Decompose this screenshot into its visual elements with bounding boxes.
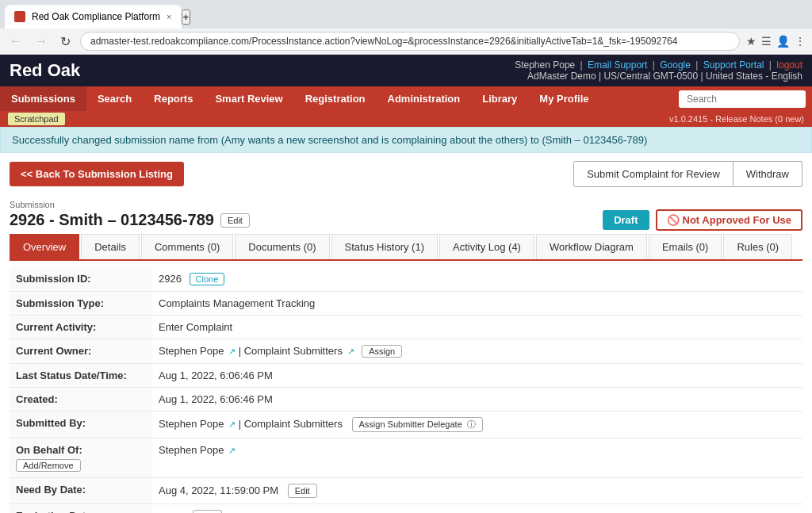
table-row: Current Owner: Stephen Pope ↗ | Complain… [10,339,802,364]
browser-address-bar: ← → ↻ ★ ☰ 👤 ⋮ [0,29,812,54]
app-top-bar: Red Oak Stephen Pope | Email Support | G… [0,55,812,86]
field-value-on-behalf-of: Stephen Pope ↗ [152,438,802,478]
scratchpad-button[interactable]: Scratchpad [8,113,65,125]
demo-info: AdMaster Demo | US/Central GMT-0500 | Un… [527,71,802,82]
field-value-need-by-date: Aug 4, 2022, 11:59:00 PM Edit [152,478,802,504]
nav-my-profile[interactable]: My Profile [528,86,599,111]
draft-badge[interactable]: Draft [603,210,649,230]
tab-details[interactable]: Details [81,234,140,259]
field-value-current-activity: Enter Complaint [152,316,802,339]
nav-search[interactable]: Search [86,86,143,111]
tab-comments[interactable]: Comments (0) [141,234,233,259]
submission-title-edit-button[interactable]: Edit [220,213,250,228]
browser-icons: ★ ☰ 👤 ⋮ [746,35,806,48]
field-label-submission-id: Submission ID: [10,267,152,292]
extensions-icon[interactable]: ☰ [761,35,772,48]
submission-title: 2926 - Smith – 0123456-789 [10,211,214,229]
tab-title: Red Oak Compliance Platform [32,11,160,22]
tab-overview[interactable]: Overview [10,234,79,259]
close-tab-button[interactable]: × [167,12,171,21]
on-behalf-link-icon[interactable]: ↗ [228,446,236,455]
field-value-last-status: Aug 1, 2022, 6:06:46 PM [152,364,802,388]
nav-smart-review[interactable]: Smart Review [204,86,293,111]
app-nav: Submissions Search Reports Smart Review … [0,86,812,111]
address-bar-input[interactable] [80,32,740,51]
nav-library[interactable]: Library [471,86,528,111]
on-behalf-add-remove-button[interactable]: Add/Remove [16,459,81,472]
browser-tab: Red Oak Compliance Platform × [5,5,182,29]
need-by-date-edit-button[interactable]: Edit [288,484,317,498]
field-label-created: Created: [10,388,152,412]
account-icon[interactable]: 👤 [776,35,790,48]
email-support-link[interactable]: Email Support [588,59,647,71]
menu-icon[interactable]: ⋮ [795,35,806,48]
support-portal-link[interactable]: Support Portal [703,59,764,71]
tab-status-history[interactable]: Status History (1) [331,234,438,259]
nav-reports[interactable]: Reports [143,86,204,111]
help-icon: ⓘ [467,419,476,429]
logout-link[interactable]: logout [776,59,802,71]
action-bar: << Back To Submission Listing Submit Com… [0,153,812,195]
info-table: Submission ID: 2926 Clone Submission Typ… [10,267,802,513]
nav-submissions[interactable]: Submissions [0,86,86,111]
status-badges: Draft 🚫 Not Approved For Use [603,209,802,231]
user-name: Stephen Pope [515,59,575,71]
forward-nav-button[interactable]: → [32,33,51,50]
browser-tab-bar: Red Oak Compliance Platform × + [0,0,812,29]
submission-label: Submission [10,200,802,209]
field-label-need-by-date: Need By Date: [10,478,152,504]
field-label-on-behalf-of: On Behalf Of: Add/Remove [10,438,152,478]
reload-button[interactable]: ↻ [57,33,74,51]
table-row: Created: Aug 1, 2022, 6:06:46 PM [10,388,802,412]
nav-registration[interactable]: Registration [294,86,377,111]
table-row: On Behalf Of: Add/Remove Stephen Pope ↗ [10,438,802,478]
field-value-submission-type: Complaints Management Tracking [152,292,802,316]
tabs: Overview Details Comments (0) Documents … [10,234,802,261]
success-banner: Successfully changed submission name fro… [0,127,812,153]
not-approved-label: Not Approved For Use [683,214,791,226]
app-header: Red Oak Stephen Pope | Email Support | G… [0,55,812,127]
back-nav-button[interactable]: ← [6,33,25,50]
clone-button[interactable]: Clone [190,273,225,285]
release-notes: v1.0.2415 - Release Notes (0 new) [669,114,804,124]
tab-emails[interactable]: Emails (0) [649,234,722,259]
tab-rules[interactable]: Rules (0) [723,234,792,259]
submission-title-row: 2926 - Smith – 0123456-789 Edit Draft 🚫 … [10,209,802,231]
field-label-current-owner: Current Owner: [10,339,152,364]
assign-submitter-delegate-button[interactable]: Assign Submitter Delegate ⓘ [352,417,483,432]
tab-documents[interactable]: Documents (0) [235,234,329,259]
nav-administration[interactable]: Administration [377,86,472,111]
nav-search-input[interactable] [679,90,806,108]
browser-chrome: Red Oak Compliance Platform × + ← → ↻ ★ … [0,0,812,55]
submit-complaint-button[interactable]: Submit Complaint for Review [573,161,733,187]
table-row: Current Activity: Enter Complaint [10,316,802,339]
table-row: Last Status Date/Time: Aug 1, 2022, 6:06… [10,364,802,388]
withdraw-button[interactable]: Withdraw [733,161,802,187]
owner-link-icon[interactable]: ↗ [228,346,236,356]
submission-header: Submission 2926 - Smith – 0123456-789 Ed… [0,195,812,234]
bookmark-icon[interactable]: ★ [746,35,756,48]
action-button-group: Submit Complaint for Review Withdraw [573,161,802,187]
table-row: Submission Type: Complaints Management T… [10,292,802,316]
user-info: Stephen Pope | Email Support | Google | … [515,59,802,82]
table-row: Submitted By: Stephen Pope ↗ | Complaint… [10,412,802,438]
submitters-link-icon[interactable]: ↗ [347,346,354,356]
field-label-last-status: Last Status Date/Time: [10,364,152,388]
new-tab-button[interactable]: + [182,10,191,25]
field-value-created: Aug 1, 2022, 6:06:46 PM [152,388,802,412]
field-label-expiration-date: Expiration Date: [10,504,152,514]
field-value-submission-id: 2926 Clone [152,267,802,292]
table-row: Submission ID: 2926 Clone [10,267,802,292]
assign-button[interactable]: Assign [362,345,402,358]
google-link[interactable]: Google [660,59,691,71]
expiration-date-edit-button[interactable]: Edit [193,510,222,513]
field-label-current-activity: Current Activity: [10,316,152,339]
tabs-container: Overview Details Comments (0) Documents … [0,234,812,261]
content-area: Submission ID: 2926 Clone Submission Typ… [0,267,812,513]
field-label-submission-type: Submission Type: [10,292,152,316]
tab-activity-log[interactable]: Activity Log (4) [439,234,534,259]
back-to-listing-button[interactable]: << Back To Submission Listing [10,162,184,186]
tab-workflow-diagram[interactable]: Workflow Diagram [536,234,647,259]
search-bar-right [672,87,812,111]
submitted-by-link-icon[interactable]: ↗ [228,419,236,429]
